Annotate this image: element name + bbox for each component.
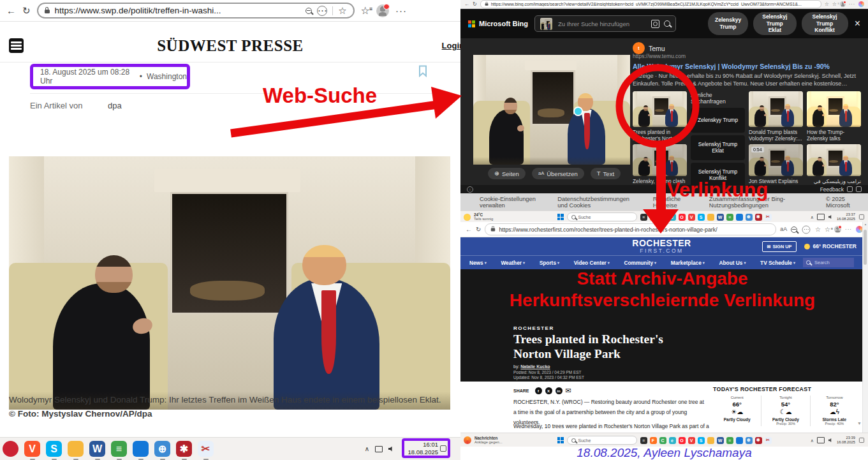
tray-expand-icon[interactable] xyxy=(811,438,814,443)
login-link[interactable]: Login xyxy=(442,41,460,50)
feedback-label[interactable]: Feedback xyxy=(820,186,844,193)
nav-item-community[interactable]: Community xyxy=(624,260,656,266)
firefox-icon[interactable]: F xyxy=(650,437,657,444)
chrome-icon[interactable]: C xyxy=(659,214,666,221)
brave-icon[interactable]: V xyxy=(24,441,40,457)
start-icon[interactable] xyxy=(557,437,564,443)
start-icon[interactable] xyxy=(557,214,564,220)
author-link[interactable]: Natalie Kucko xyxy=(520,364,550,369)
file-explorer-icon[interactable] xyxy=(68,441,84,457)
notification-center-icon[interactable] xyxy=(859,438,864,443)
nav-item-news[interactable]: News xyxy=(469,260,487,266)
notification-center-icon[interactable] xyxy=(859,214,864,219)
result-tile-blasts[interactable] xyxy=(749,91,803,127)
back-icon[interactable] xyxy=(464,2,469,7)
translate-button[interactable]: Übersetzen xyxy=(532,168,584,179)
reload-icon[interactable] xyxy=(22,6,31,15)
widget-subtitle[interactable]: Anklage gegen... xyxy=(474,440,503,444)
bing-search-box[interactable] xyxy=(534,15,676,32)
word-icon[interactable]: W xyxy=(89,441,105,457)
widget-title[interactable]: Nachrichten xyxy=(474,436,503,440)
globe-icon[interactable]: ⊕ xyxy=(154,441,170,457)
result-tile-trees[interactable] xyxy=(633,91,687,127)
header-weather[interactable]: 66° ROCHESTER xyxy=(804,243,857,249)
notepad-icon[interactable]: ≡ xyxy=(640,214,647,221)
paint-tool-icon[interactable]: ✱ xyxy=(176,441,192,457)
menu-icon[interactable] xyxy=(395,6,407,15)
speaker-icon[interactable] xyxy=(828,215,833,219)
visual-search-icon[interactable] xyxy=(651,20,659,28)
partial-app-icon[interactable] xyxy=(3,441,18,457)
word-icon[interactable]: W xyxy=(717,437,724,444)
footer-link[interactable]: Datenschutzbestimmungen und Cookies xyxy=(557,196,636,209)
collections-icon[interactable] xyxy=(825,226,830,233)
favorite-icon[interactable] xyxy=(825,2,829,7)
layers-icon[interactable]: ≡ xyxy=(726,437,733,444)
scrollbar[interactable] xyxy=(862,222,868,433)
scrollbar-thumb[interactable] xyxy=(864,230,867,265)
crop-corner-icon[interactable] xyxy=(473,156,482,165)
layers-icon[interactable]: ≡ xyxy=(726,214,733,221)
drive-icon[interactable] xyxy=(736,437,743,444)
profile-avatar[interactable] xyxy=(376,4,389,17)
translate-icon[interactable] xyxy=(780,226,787,232)
linkedin-icon[interactable]: in xyxy=(555,387,563,394)
thumbs-up-icon[interactable] xyxy=(847,186,853,192)
tray-expand-icon[interactable] xyxy=(811,215,814,219)
weather-temp[interactable]: 24°C xyxy=(474,212,493,217)
crop-corner-icon[interactable] xyxy=(473,55,482,63)
taskbar-search[interactable]: Suche xyxy=(567,212,637,221)
close-icon[interactable] xyxy=(855,19,860,29)
ad-url[interactable]: https://www.temu.com xyxy=(633,53,864,59)
copilot-icon[interactable] xyxy=(858,1,864,7)
x-icon[interactable]: X xyxy=(545,387,552,394)
profile-avatar[interactable] xyxy=(834,226,841,233)
weather-icon[interactable] xyxy=(464,214,471,221)
facebook-icon[interactable]: f xyxy=(535,387,542,394)
related-search-tile[interactable]: Zelenskyy Trump xyxy=(691,108,745,133)
taskbar-date[interactable]: 16.08.2025 xyxy=(837,440,855,445)
tray-expand-icon[interactable] xyxy=(365,446,369,452)
pages-button[interactable]: Seiten xyxy=(488,168,526,179)
zoom-out-icon[interactable] xyxy=(305,8,312,14)
notepad-icon[interactable]: ≡ xyxy=(640,437,647,444)
result-tile-arabic[interactable] xyxy=(807,144,861,176)
info-icon[interactable] xyxy=(467,186,473,193)
edge-icon[interactable]: e xyxy=(669,437,676,444)
layers-icon[interactable]: ≡ xyxy=(111,441,127,457)
nav-item-weather[interactable]: Weather xyxy=(501,260,525,266)
crop-corner-icon[interactable] xyxy=(622,55,630,63)
result-caption[interactable]: Donald Trump blasts Volodymyr Zelensky:.… xyxy=(749,129,803,142)
collections-icon[interactable] xyxy=(361,6,370,16)
snipping-tool-icon[interactable]: ✂ xyxy=(765,214,772,221)
zoom-out-icon[interactable] xyxy=(791,226,797,233)
taskbar-search[interactable]: Suche xyxy=(567,436,637,445)
result-tile-stewart[interactable]: 0:54 xyxy=(749,144,803,176)
ad-title-link[interactable]: Alle Wolodymyr Selenskyj | Wolodymyr Sel… xyxy=(633,63,864,70)
bing-logo[interactable]: Microsoft Bing xyxy=(468,20,528,27)
more-options-icon[interactable] xyxy=(802,225,811,234)
weather-desc[interactable]: Teils sonnig xyxy=(474,217,493,221)
taskbar-date[interactable]: 16.08.2025 xyxy=(837,217,855,221)
more-options-icon[interactable] xyxy=(317,6,327,16)
forecast-collapse-icon[interactable] xyxy=(857,421,862,426)
favorite-icon[interactable] xyxy=(338,6,346,15)
menu-icon[interactable] xyxy=(849,2,855,6)
opera-icon[interactable]: O xyxy=(679,437,686,444)
crop-corner-icon[interactable] xyxy=(622,156,630,165)
favorite-icon[interactable] xyxy=(815,226,821,233)
back-icon[interactable] xyxy=(466,226,472,233)
scroll-up-icon[interactable] xyxy=(863,223,868,226)
cast-icon[interactable] xyxy=(817,214,825,220)
back-icon[interactable] xyxy=(6,6,16,15)
taskbar-time[interactable]: 16:01 xyxy=(408,441,438,449)
drive-icon[interactable] xyxy=(736,214,743,221)
file-explorer-icon[interactable] xyxy=(707,214,714,221)
sign-up-button[interactable]: SIGN UP xyxy=(762,241,797,252)
footer-link[interactable]: Cookie-Einstellungen verwalten xyxy=(480,196,541,209)
drive-icon[interactable] xyxy=(133,441,149,457)
address-bar[interactable]: https://www.bing.com/images/search?view=… xyxy=(480,0,821,8)
speaker-icon[interactable] xyxy=(828,438,833,442)
skype-icon[interactable]: S xyxy=(698,214,705,221)
site-search-box[interactable] xyxy=(803,258,854,267)
